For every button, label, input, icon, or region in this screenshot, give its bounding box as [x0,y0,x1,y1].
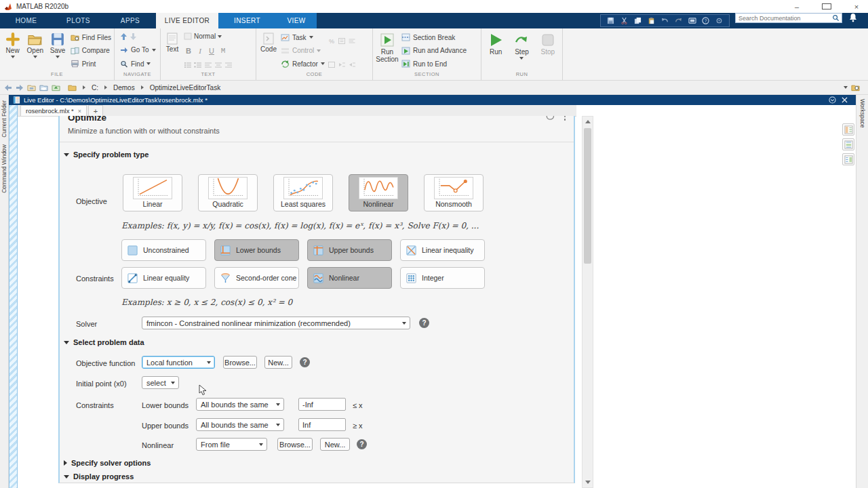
down-arrow-icon[interactable] [130,33,137,41]
run-section-button[interactable]: Run Section [376,30,399,71]
solver-help-icon[interactable]: ? [419,318,429,328]
upper-bounds-input[interactable] [298,418,346,431]
preferences-icon[interactable] [715,16,724,25]
scroll-down-icon[interactable] [585,481,591,484]
constraint-linear-inequality-button[interactable]: Linear inequality [400,239,485,261]
copy-icon[interactable] [633,16,642,25]
step-button[interactable]: Step [510,30,533,71]
refactor-button[interactable]: Refactor [281,59,325,68]
tab-home[interactable]: HOME [0,13,52,28]
save-icon[interactable] [606,16,615,25]
constraint-unconstrained-button[interactable]: Unconstrained [121,239,206,261]
close-button[interactable]: × [852,3,861,11]
objective-quadratic-button[interactable]: Quadratic [198,174,258,211]
initial-point-select[interactable]: select [142,376,179,389]
objective-nonlinear-button[interactable]: Nonlinear [349,174,408,211]
monospace-button[interactable]: M [218,47,228,55]
constraint-second-order-cone-button[interactable]: Second-order cone [214,267,299,289]
open-button[interactable]: Open [25,30,45,71]
panel-close-icon[interactable] [842,97,848,103]
run-button[interactable]: Run [484,30,507,71]
address-dropdown-icon[interactable] [844,86,848,89]
scroll-up-icon[interactable] [585,120,591,123]
section-break-button[interactable]: Section Break [401,33,467,42]
collapsed-panel-splitter[interactable] [9,105,18,488]
numbered-list-icon[interactable] [194,62,202,68]
back-icon[interactable] [4,84,12,92]
lower-bounds-select[interactable]: All bounds the same [196,398,284,411]
comment-icon[interactable]: % [328,37,336,45]
autorun-icon[interactable] [545,116,555,121]
constraint-integer-button[interactable]: Integer [400,267,485,289]
align-center-icon[interactable] [214,62,222,68]
solver-select[interactable]: fmincon - Constrained nonlinear minimiza… [142,317,410,329]
search-icon[interactable] [832,14,840,22]
run-and-advance-button[interactable]: Run and Advance [401,46,467,56]
italic-button[interactable]: I [195,47,205,55]
vertical-scrollbar[interactable] [582,116,593,488]
cloud-folder-icon[interactable] [39,83,48,92]
undo-icon[interactable] [660,16,669,25]
run-to-end-button[interactable]: Run to End [401,59,467,68]
objective-function-browse-button[interactable]: Browse... [223,356,257,369]
up-arrow-icon[interactable] [120,33,127,41]
text-style-dropdown[interactable]: Normal [184,33,253,40]
search-documentation-input[interactable] [736,15,832,22]
forward-icon[interactable] [16,84,24,92]
output-on-right-button[interactable] [842,153,854,165]
text-button[interactable]: Text [163,30,181,71]
stop-button[interactable]: Stop [536,30,559,71]
constraint-nonlinear-button[interactable]: Nonlinear [307,267,392,289]
objective-function-help-icon[interactable]: ? [300,357,310,367]
lower-bounds-input[interactable] [298,398,346,411]
search-folder-icon[interactable] [851,83,860,92]
uncomment-icon[interactable] [348,37,356,45]
breadcrumb-folder[interactable]: OptimizeLiveEditorTask [150,84,220,92]
browse-folder-icon[interactable] [27,83,36,92]
compare-button[interactable]: Compare [71,46,111,56]
hide-code-button[interactable] [842,123,854,136]
code-button[interactable]: Code [259,30,278,71]
nonlinear-browse-button[interactable]: Browse... [277,438,313,451]
redo-icon[interactable] [674,16,683,25]
unindent-icon[interactable] [348,61,356,68]
wrap-comments-icon[interactable] [328,61,336,68]
section-display-progress[interactable]: Display progress [64,472,134,481]
maximize-button[interactable] [822,3,831,11]
tab-plots[interactable]: PLOTS [52,13,104,28]
tab-view[interactable]: VIEW [276,13,317,28]
align-right-icon[interactable] [224,62,233,68]
command-window-tab[interactable]: Command Window [1,144,7,193]
objective-least-squares-button[interactable]: Least squares [273,174,333,211]
scrollbar-thumb[interactable] [584,128,591,264]
minimize-button[interactable]: – [792,3,802,11]
output-inline-button[interactable] [842,138,854,150]
breadcrumb-drive[interactable]: C: [92,84,98,92]
section-specify-problem-type[interactable]: Specify problem type [64,150,574,159]
section-specify-solver-options[interactable]: Specify solver options [64,459,151,467]
notifications-bell-icon[interactable] [848,13,859,22]
upper-bounds-select[interactable]: All bounds the same [196,418,284,431]
help-icon[interactable]: ? [701,16,710,25]
document-tab-rosenbrock[interactable]: rosenbrock.mlx * × [20,105,87,116]
objective-function-new-button[interactable]: New... [264,356,292,369]
objective-nonsmooth-button[interactable]: Nonsmooth [424,174,484,211]
bulleted-list-icon[interactable] [184,62,192,68]
tab-apps[interactable]: APPS [104,13,156,28]
cut-icon[interactable] [620,16,629,25]
breadcrumb-demos[interactable]: Demos [113,84,135,92]
switch-windows-icon[interactable] [688,16,696,25]
bold-button[interactable]: B [184,47,193,55]
nonlinear-help-icon[interactable]: ? [357,439,367,449]
underline-button[interactable]: U [207,47,216,55]
section-select-problem-data[interactable]: Select problem data [64,338,144,346]
up-one-level-icon[interactable] [52,83,60,92]
nonlinear-select[interactable]: From file [196,438,267,451]
tab-insert[interactable]: INSERT [218,13,276,28]
control-button[interactable]: Control [281,46,325,56]
find-files-button[interactable]: Find Files [71,33,111,42]
workspace-tab[interactable]: Workspace [859,99,866,488]
new-document-tab-button[interactable]: + [88,105,103,116]
find-button[interactable]: Find [120,59,157,68]
objective-function-select[interactable]: Local function [142,356,215,369]
